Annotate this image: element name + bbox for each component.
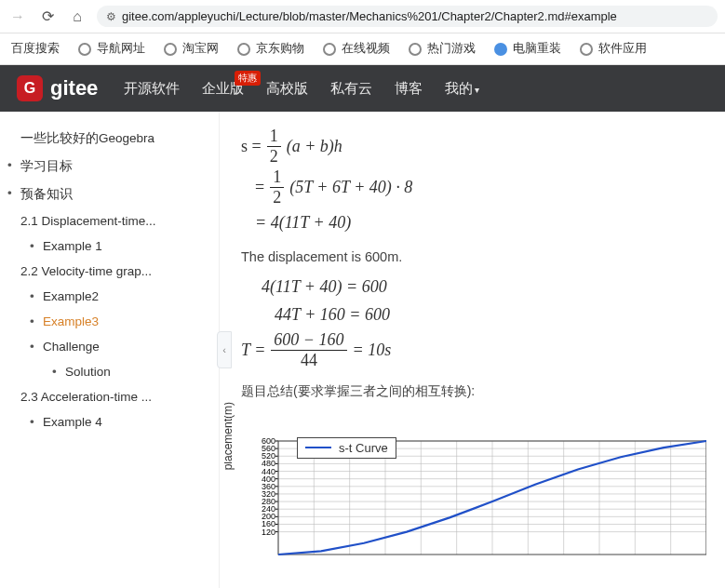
sidebar-separator: ‹ [219,112,224,588]
forward-button[interactable]: → [7,7,28,27]
math-derivation-1: s = 12 (a + b)h = 12 (5T + 6T + 40) · 8 … [241,127,708,236]
toc-item[interactable]: 2.1 Displacement-time... [20,208,204,234]
math-derivation-2: 4(11T + 40) = 600 44T + 160 = 600 T = 60… [241,274,708,370]
monitor-icon [494,43,507,56]
toc-item[interactable]: Solution [65,359,204,384]
collapse-sidebar-button[interactable]: ‹ [217,331,232,368]
home-button[interactable]: ⌂ [67,7,87,27]
chevron-down-icon: ▾ [475,85,479,95]
st-curve-chart: s-t Curve placement(m) 12016020024028032… [241,437,708,558]
toc-item[interactable]: Challenge [43,334,204,359]
gitee-logo-text: gitee [50,76,98,100]
nav-mine[interactable]: 我的▾ [445,80,479,98]
gitee-nav: 开源软件 企业版特惠 高校版 私有云 博客 我的▾ [124,80,479,98]
site-settings-icon[interactable]: ⚙ [106,10,116,23]
globe-icon [580,43,593,56]
bookmarks-bar: 百度搜索 导航网址 淘宝网 京东购物 在线视频 热门游戏 电脑重装 软件应用 [0,33,725,65]
gitee-header: G gitee 开源软件 企业版特惠 高校版 私有云 博客 我的▾ [0,65,725,112]
toc-item[interactable]: 一些比较好的Geogebra [20,125,204,153]
toc-sidebar: 一些比较好的Geogebra学习目标预备知识2.1 Displacement-t… [0,112,219,588]
promo-badge: 特惠 [235,71,261,86]
globe-icon [323,43,336,56]
legend-line-icon [305,447,331,448]
summary-heading: 题目总结(要求掌握三者之间的相互转换): [241,383,708,400]
chart-legend: s-t Curve [297,437,396,459]
bookmark-item[interactable]: 热门游戏 [409,41,476,57]
toc-item[interactable]: Example 4 [43,409,204,434]
bookmark-item[interactable]: 软件应用 [580,41,647,57]
displacement-statement: The displacement is 600m. [241,249,708,264]
toc-item[interactable]: Example3 [43,309,204,334]
globe-icon [409,43,422,56]
toc-item[interactable]: 学习目标 [20,153,204,180]
svg-text:600: 600 [262,437,275,446]
nav-private-cloud[interactable]: 私有云 [330,80,372,98]
bookmark-item[interactable]: 在线视频 [323,41,390,57]
globe-icon [78,43,91,56]
nav-opensource[interactable]: 开源软件 [124,80,180,98]
legend-label: s-t Curve [339,441,388,455]
nav-edu[interactable]: 高校版 [266,80,308,98]
bookmark-item[interactable]: 导航网址 [78,41,145,57]
bookmark-item[interactable]: 百度搜索 [11,41,60,57]
globe-icon [164,43,177,56]
gitee-logo[interactable]: G gitee [17,75,98,101]
toc-item[interactable]: Example 1 [43,234,204,259]
markdown-content: s = 12 (a + b)h = 12 (5T + 6T + 40) · 8 … [224,112,725,588]
bookmark-item[interactable]: 淘宝网 [164,41,219,57]
toc-item[interactable]: Example2 [43,284,204,309]
toc-item[interactable]: 预备知识 [20,180,204,208]
chart-ylabel: placement(m) [224,401,235,469]
globe-icon [237,43,250,56]
toc-item[interactable]: 2.3 Acceleration-time ... [20,384,204,409]
url-bar[interactable]: ⚙ gitee.com/appleyuchi/Lecture/blob/mast… [97,6,718,27]
gitee-logo-icon: G [17,75,43,101]
browser-toolbar: → ⟳ ⌂ ⚙ gitee.com/appleyuchi/Lecture/blo… [0,0,725,33]
nav-blog[interactable]: 博客 [395,80,423,98]
reload-button[interactable]: ⟳ [37,7,58,27]
toc-item[interactable]: 2.2 Velocity-time grap... [20,259,204,284]
bookmark-item[interactable]: 电脑重装 [494,41,561,57]
url-text: gitee.com/appleyuchi/Lecture/blob/master… [122,9,617,23]
bookmark-item[interactable]: 京东购物 [237,41,304,57]
nav-enterprise[interactable]: 企业版特惠 [202,80,244,98]
